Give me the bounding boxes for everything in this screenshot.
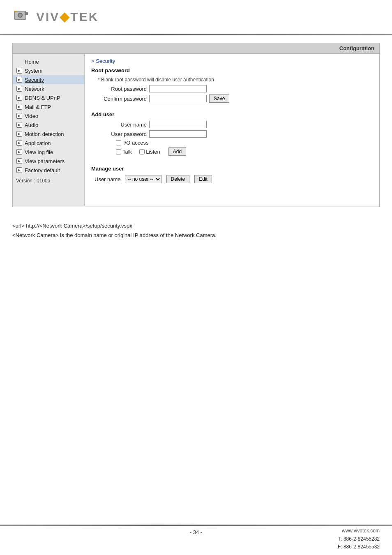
ddns-expand-icon: ► <box>16 94 23 101</box>
delete-user-button[interactable]: Delete <box>166 175 190 183</box>
config-panel: Configuration Home ► System ► Security <box>12 43 380 207</box>
motion-expand-icon: ► <box>16 131 23 137</box>
sidebar-item-ddns[interactable]: ► DDNS & UPnP <box>13 93 84 102</box>
listen-label: Listen <box>146 149 160 155</box>
root-password-input[interactable] <box>149 85 207 92</box>
svg-point-3 <box>18 14 22 17</box>
viewlog-expand-icon: ► <box>16 149 23 155</box>
sidebar-item-home[interactable]: Home <box>13 57 84 66</box>
root-password-label: Root password <box>99 86 147 92</box>
footer-fax: F: 886-2-82455532 <box>338 543 380 551</box>
sidebar-label-system: System <box>25 68 42 74</box>
add-user-section-title: Add user <box>91 111 373 117</box>
home-spacer <box>16 58 23 65</box>
sidebar-label-viewlog: View log file <box>25 149 53 155</box>
sidebar-label-network: Network <box>25 86 44 92</box>
listen-checkbox[interactable] <box>139 149 145 154</box>
listen-option: Listen <box>139 149 160 155</box>
vivotek-logo-icon <box>12 7 34 25</box>
sidebar-label-security: Security <box>25 77 44 83</box>
main-content: Configuration Home ► System ► Security <box>0 35 392 215</box>
application-expand-icon: ► <box>16 140 23 146</box>
url-section: <url> http://<Network Camera>/setup/secu… <box>0 215 392 244</box>
network-expand-icon: ► <box>16 85 23 92</box>
add-user-password-input[interactable] <box>149 130 207 138</box>
sidebar-item-viewparams[interactable]: ► View parameters <box>13 157 84 166</box>
video-expand-icon: ► <box>16 113 23 119</box>
page-number: - 34 - <box>190 529 202 535</box>
footer-contact: www.vivotek.com T: 886-2-82455282 F: 886… <box>338 527 380 551</box>
sidebar-label-ddns: DDNS & UPnP <box>25 95 60 101</box>
viewparams-expand-icon: ► <box>16 158 23 164</box>
add-username-input[interactable] <box>149 121 207 128</box>
root-password-note: * Blank root password will disable user … <box>98 77 373 83</box>
sidebar-label-video: Video <box>25 113 38 119</box>
confirm-password-input[interactable] <box>149 95 207 102</box>
manage-user-row: User name -- no user -- Delete Edit <box>95 175 373 183</box>
talk-label: Talk <box>122 149 132 155</box>
root-password-section-title: Root password <box>91 67 373 74</box>
save-button[interactable]: Save <box>209 94 229 103</box>
sidebar-item-motion[interactable]: ► Motion detection <box>13 129 84 138</box>
talk-checkbox[interactable] <box>116 149 121 154</box>
factory-expand-icon: ► <box>16 167 23 173</box>
url-line2: <Network Camera> is the domain name or o… <box>12 230 380 240</box>
sidebar-version: Version : 0100a <box>13 175 84 187</box>
config-header: Configuration <box>13 43 379 54</box>
add-user-password-label: User password <box>99 131 147 137</box>
talk-option: Talk <box>116 149 132 155</box>
breadcrumb: > Security <box>91 58 373 64</box>
sidebar-label-audio: Audio <box>25 122 38 128</box>
footer-phone: T: 886-2-82455282 <box>338 535 380 543</box>
manage-username-label: User name <box>95 176 121 182</box>
edit-user-button[interactable]: Edit <box>194 175 212 183</box>
sidebar-item-network[interactable]: ► Network <box>13 84 84 93</box>
config-title: Configuration <box>339 45 374 51</box>
sidebar-label-application: Application <box>25 140 51 146</box>
header: VIV◆TEK <box>0 0 392 30</box>
io-access-label: I/O access <box>123 140 148 146</box>
add-user-button[interactable]: Add <box>168 147 186 156</box>
audio-expand-icon: ► <box>16 122 23 128</box>
sidebar-item-audio[interactable]: ► Audio <box>13 120 84 129</box>
svg-point-5 <box>15 11 16 12</box>
add-username-label: User name <box>99 122 147 128</box>
sidebar-item-application[interactable]: ► Application <box>13 138 84 147</box>
sidebar-item-security[interactable]: ► Security <box>13 75 84 84</box>
add-user-name-row: User name <box>99 121 373 128</box>
system-expand-icon: ► <box>16 67 23 74</box>
sidebar-item-viewlog[interactable]: ► View log file <box>13 147 84 157</box>
sidebar-label-mail: Mail & FTP <box>25 104 51 110</box>
confirm-password-row: Confirm password Save <box>99 94 373 103</box>
io-access-row: I/O access <box>116 140 373 146</box>
mail-expand-icon: ► <box>16 104 23 110</box>
config-body: Home ► System ► Security ► Network <box>13 54 379 206</box>
url-line1: <url> http://<Network Camera>/setup/secu… <box>12 221 380 230</box>
sidebar-item-system[interactable]: ► System <box>13 66 84 75</box>
manage-user-section-title: Manage user <box>91 166 373 172</box>
sidebar: Home ► System ► Security ► Network <box>13 54 85 206</box>
sidebar-label-motion: Motion detection <box>25 131 64 137</box>
footer-rule <box>0 525 392 526</box>
sidebar-item-factory[interactable]: ► Factory default <box>13 166 84 175</box>
root-password-row: Root password <box>99 85 373 92</box>
sidebar-label-home: Home <box>25 59 39 65</box>
sidebar-item-mail[interactable]: ► Mail & FTP <box>13 102 84 111</box>
add-user-password-row: User password <box>99 130 373 138</box>
sidebar-item-video[interactable]: ► Video <box>13 111 84 120</box>
footer-website: www.vivotek.com <box>338 527 380 535</box>
logo-text: VIV◆TEK <box>36 9 99 24</box>
sidebar-label-factory: Factory default <box>25 167 60 173</box>
svg-rect-4 <box>25 12 28 15</box>
talk-listen-row: Talk Listen Add <box>116 147 373 156</box>
logo-area: VIV◆TEK <box>12 7 380 25</box>
io-access-checkbox[interactable] <box>116 140 121 145</box>
security-expand-icon: ► <box>16 76 23 83</box>
manage-user-select[interactable]: -- no user -- <box>125 175 161 183</box>
sidebar-label-viewparams: View parameters <box>25 158 65 164</box>
panel-content: > Security Root password * Blank root pa… <box>85 54 379 206</box>
confirm-password-label: Confirm password <box>99 96 147 102</box>
